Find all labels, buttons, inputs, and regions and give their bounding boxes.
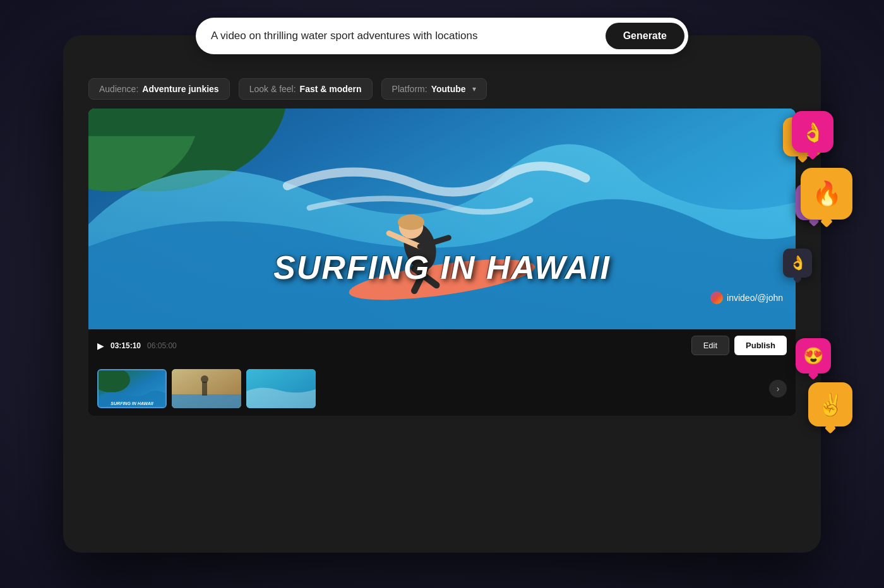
thumb-2-svg bbox=[172, 369, 241, 408]
controls-bar: ▶ 03:15:10 06:05:00 Edit Publish bbox=[88, 329, 796, 362]
time-current: 03:15:10 bbox=[110, 341, 141, 350]
app-container: Generate Audience: Adventure junkies Loo… bbox=[63, 35, 821, 553]
publish-button[interactable]: Publish bbox=[734, 336, 787, 355]
look-filter[interactable]: Look & feel: Fast & modern bbox=[239, 78, 373, 100]
generate-button[interactable]: Generate bbox=[606, 23, 684, 49]
search-bar: Generate bbox=[196, 18, 688, 54]
brand-logo bbox=[710, 291, 723, 304]
svg-point-8 bbox=[398, 215, 424, 230]
platform-value: Youtube bbox=[431, 84, 466, 94]
play-button[interactable]: ▶ bbox=[97, 341, 104, 351]
look-value: Fast & modern bbox=[300, 84, 362, 94]
reaction-peace: ✌️ bbox=[808, 382, 852, 426]
search-input[interactable] bbox=[211, 30, 606, 42]
svg-point-18 bbox=[201, 375, 208, 383]
video-wrapper: SURFING IN HAWAII invideo/@john ▶ 03:15:… bbox=[88, 109, 796, 416]
reaction-fire-large: 🔥 bbox=[801, 168, 852, 220]
video-branding: invideo/@john bbox=[88, 291, 796, 304]
video-title: SURFING IN HAWAII bbox=[88, 249, 796, 286]
video-title-overlay: SURFING IN HAWAII invideo/@john bbox=[88, 249, 796, 304]
edit-button[interactable]: Edit bbox=[691, 336, 729, 355]
look-label: Look & feel: bbox=[249, 84, 296, 94]
platform-filter[interactable]: Platform: Youtube ▾ bbox=[381, 78, 487, 100]
thumb-3-svg bbox=[246, 369, 316, 408]
main-content: Audience: Adventure junkies Look & feel:… bbox=[82, 54, 802, 534]
thumbnail-3[interactable] bbox=[246, 369, 316, 408]
svg-rect-3 bbox=[88, 109, 243, 136]
thumb-1-label: SURFING IN HAWAII bbox=[100, 401, 164, 406]
audience-label: Audience: bbox=[99, 84, 138, 94]
platform-label: Platform: bbox=[392, 84, 427, 94]
svg-rect-16 bbox=[172, 394, 241, 408]
thumbnail-2[interactable] bbox=[172, 369, 241, 408]
action-buttons: Edit Publish bbox=[691, 336, 787, 355]
thumbnail-1[interactable]: SURFING IN HAWAII bbox=[97, 369, 167, 408]
filters-row: Audience: Adventure junkies Look & feel:… bbox=[82, 67, 802, 109]
svg-rect-17 bbox=[202, 382, 207, 396]
video-thumbnail[interactable]: SURFING IN HAWAII invideo/@john bbox=[88, 109, 796, 329]
audience-filter[interactable]: Audience: Adventure junkies bbox=[88, 78, 230, 100]
chevron-down-icon: ▾ bbox=[472, 85, 476, 93]
brand-text: invideo/@john bbox=[727, 293, 783, 303]
audience-value: Adventure junkies bbox=[142, 84, 218, 94]
playback-controls: ▶ 03:15:10 06:05:00 bbox=[97, 341, 177, 351]
thumbnails-next-button[interactable]: › bbox=[769, 380, 787, 397]
video-section: SURFING IN HAWAII invideo/@john ▶ 03:15:… bbox=[82, 109, 802, 534]
time-total: 06:05:00 bbox=[147, 341, 177, 350]
thumbnails-row: SURFING IN HAWAII bbox=[88, 362, 796, 416]
